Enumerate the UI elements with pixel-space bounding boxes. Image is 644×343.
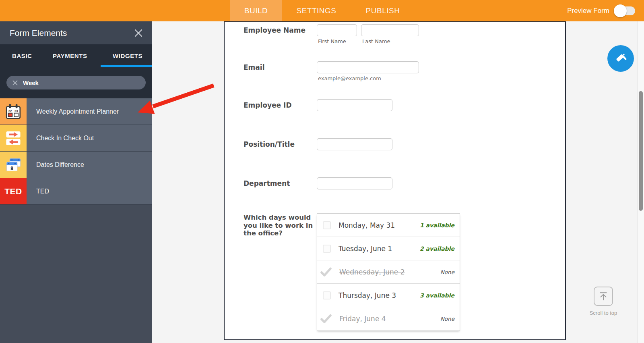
position-title-input[interactable] [317,138,392,150]
availability-badge: None [440,316,454,322]
svg-text:8: 8 [10,165,13,171]
day-option-thursday[interactable]: Thursday, June 3 3 available [317,284,460,307]
widget-item-label: TED [27,178,152,204]
weekly-appointment-planner-calendar-icon: 22 23 [0,98,27,125]
tab-payments[interactable]: PAYMENTS [53,44,87,67]
day-option-friday: Friday, June 4 None [317,307,460,331]
paint-roller-icon [614,52,627,65]
form-canvas: Employee Name First Name Last Name Email… [224,21,566,340]
tab-basic[interactable]: BASIC [12,44,32,67]
widget-item-label: Dates Difference [27,152,152,178]
panel-header: Form Elements [0,21,152,44]
tab-build[interactable]: BUILD [230,0,282,21]
checkbox[interactable] [323,221,331,229]
widget-item-label: Check In Check Out [27,125,152,151]
day-option-tuesday[interactable]: Tuesday, June 1 2 available [317,237,460,260]
form-builder-page: BUILD SETTINGS PUBLISH Preview Form Form… [0,0,644,343]
svg-text:22: 22 [8,109,12,112]
preview-form-label: Preview Form [567,7,609,15]
tab-publish[interactable]: PUBLISH [351,0,415,21]
last-name-sublabel: Last Name [362,38,390,44]
employee-id-input[interactable] [317,99,392,111]
email-label: Email [244,63,264,71]
tab-widgets[interactable]: WIDGETS [113,44,142,67]
top-navbar: BUILD SETTINGS PUBLISH Preview Form [0,0,644,21]
panel-title: Form Elements [10,28,67,38]
checkbox[interactable] [323,291,331,299]
scroll-to-top-label: Scroll to top [583,310,623,316]
gray-check-icon [320,314,332,324]
tab-settings[interactable]: SETTINGS [282,0,351,21]
arrow-up-to-line-icon [598,291,609,302]
last-name-input[interactable] [361,24,419,36]
search-input[interactable]: Week [6,76,146,89]
email-input[interactable] [317,61,419,73]
department-label: Department [244,179,290,187]
widget-item-ted[interactable]: TED TED [0,178,152,205]
availability-badge: 1 available [420,222,454,229]
widget-item-check-in-check-out[interactable]: Check In Check Out [0,125,152,152]
ted-logo-icon: TED [0,178,27,204]
availability-badge: 2 available [420,245,454,252]
day-option-monday[interactable]: Monday, May 31 1 available [317,214,460,237]
checkbox[interactable] [323,245,331,253]
active-tab-underline [101,65,152,67]
dates-difference-calendars-icon: 8 [0,152,27,178]
first-name-sublabel: First Name [318,38,346,44]
appointment-day-list: Monday, May 31 1 available Tuesday, June… [317,213,460,331]
check-in-check-out-arrows-icon [0,125,27,151]
availability-badge: None [440,269,454,275]
form-elements-panel: Form Elements BASIC PAYMENTS WIDGETS Wee… [0,21,152,343]
svg-text:23: 23 [14,109,18,112]
close-icon[interactable] [134,28,143,38]
employee-id-label: Employee ID [244,101,292,109]
email-hint: example@example.com [318,75,381,81]
widget-search-section: Week [0,67,152,98]
first-name-input[interactable] [317,24,357,36]
availability-badge: 3 available [420,292,454,299]
form-designer-button[interactable] [607,45,634,72]
widget-item-weekly-appointment-planner[interactable]: 22 23 Weekly Appointment Planner [0,98,152,125]
scroll-to-top-button[interactable] [594,287,613,306]
panel-tabs: BASIC PAYMENTS WIDGETS [0,44,152,67]
search-query-text: Week [23,79,39,86]
position-title-label: Position/Title [244,140,295,148]
gray-check-icon [320,267,332,277]
widget-item-dates-difference[interactable]: 8 Dates Difference [0,152,152,178]
toggle-knob[interactable] [614,4,627,17]
days-question-label: Which days would you like to work in the… [244,214,314,237]
department-input[interactable] [317,177,392,189]
widget-item-label: Weekly Appointment Planner [27,98,152,125]
day-option-wednesday: Wednesday, June 2 None [317,260,460,284]
preview-form-toggle[interactable] [615,6,635,15]
clear-search-icon[interactable] [12,80,18,85]
employee-name-label: Employee Name [244,26,305,34]
vertical-scrollbar-thumb[interactable] [639,91,643,211]
